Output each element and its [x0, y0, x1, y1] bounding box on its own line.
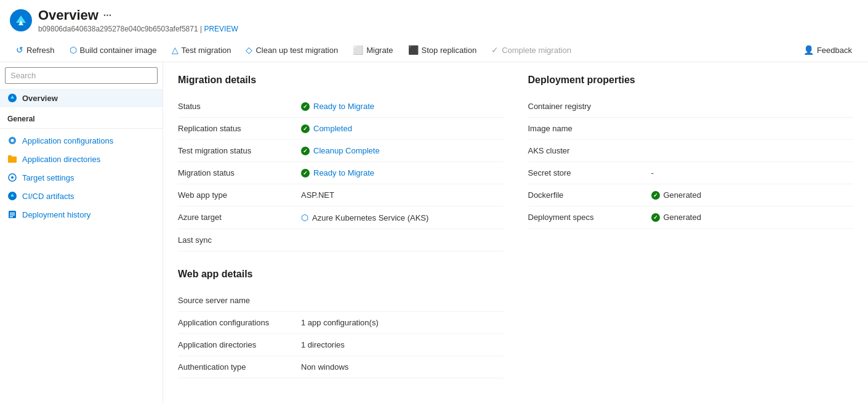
auth-type-row: Authentication type Non windows	[178, 356, 504, 378]
sidebar-general-label: General	[0, 107, 163, 126]
web-app-type-row: Web app type ASP.NET	[178, 184, 504, 206]
replication-value: Completed	[301, 124, 352, 133]
app-dirs-row: Application directories 1 directories	[178, 334, 504, 356]
sidebar-item-target-settings[interactable]: Target settings	[0, 168, 163, 187]
svg-point-7	[11, 176, 14, 179]
replication-text[interactable]: Completed	[313, 124, 352, 133]
status-text[interactable]: Ready to Migrate	[313, 102, 374, 111]
app-configs-icon	[7, 136, 17, 145]
feedback-icon: 👤	[803, 45, 814, 55]
web-app-type-value: ASP.NET	[301, 190, 334, 200]
aks-cluster-label: AKS cluster	[528, 146, 651, 155]
sidebar-item-deploy-history[interactable]: Deployment history	[0, 205, 163, 224]
auth-type-label: Authentication type	[178, 362, 301, 372]
deployment-properties-title: Deployment properties	[528, 75, 854, 86]
more-options-icon[interactable]: ···	[103, 10, 111, 21]
aks-cluster-row: AKS cluster	[528, 140, 854, 162]
status-label: Status	[178, 102, 301, 111]
svg-rect-5	[8, 155, 12, 158]
test-migration-button[interactable]: △ Test migration	[166, 42, 238, 58]
svg-point-3	[11, 139, 14, 142]
toolbar: ↺ Refresh ⬡ Build container image △ Test…	[0, 38, 868, 62]
feedback-button[interactable]: 👤 Feedback	[797, 42, 858, 58]
status-value: Ready to Migrate	[301, 102, 374, 111]
azure-target-text: Azure Kubernetes Service (AKS)	[312, 213, 428, 222]
app-configs-detail-label: Application configurations	[178, 318, 301, 327]
cleanup-label: Clean up test migration	[255, 46, 338, 55]
build-container-button[interactable]: ⬡ Build container image	[63, 42, 163, 58]
web-app-details-title: Web app details	[178, 269, 504, 280]
search-input[interactable]	[5, 67, 158, 84]
replication-dot	[301, 124, 310, 133]
app-dirs-detail-value: 1 directories	[301, 340, 345, 349]
svg-rect-11	[10, 214, 15, 216]
app-configs-row: Application configurations 1 app configu…	[178, 312, 504, 334]
sidebar-item-overview[interactable]: Overview	[0, 89, 163, 107]
sidebar-overview-label: Overview	[22, 94, 58, 103]
two-column-layout: Migration details Status Ready to Migrat…	[178, 75, 853, 378]
stop-replication-button[interactable]: ⬛ Stop replication	[402, 42, 483, 58]
migrate-button[interactable]: ⬜ Migrate	[347, 42, 399, 58]
cleanup-button[interactable]: ◇ Clean up test migration	[239, 42, 344, 58]
build-label: Build container image	[80, 46, 157, 55]
sidebar-item-cicd[interactable]: CI/CD artifacts	[0, 187, 163, 205]
page-title: Overview ···	[38, 7, 238, 23]
test-migration-text[interactable]: Cleanup Complete	[313, 146, 380, 155]
header-title-block: Overview ··· b09806da640638a295278e040c9…	[38, 7, 238, 33]
dockerfile-text: Generated	[664, 190, 701, 200]
app-dirs-detail-label: Application directories	[178, 340, 301, 349]
sidebar-item-label: Target settings	[22, 173, 74, 182]
container-registry-row: Container registry	[528, 96, 854, 118]
title-text: Overview	[38, 7, 98, 23]
migration-status-row: Migration status Ready to Migrate	[178, 162, 504, 184]
migration-details-title: Migration details	[178, 75, 504, 86]
refresh-icon: ↺	[16, 45, 23, 55]
sidebar-item-app-dirs[interactable]: Application directories	[0, 150, 163, 168]
sidebar-item-label: Application configurations	[22, 136, 113, 145]
app-logo	[10, 9, 32, 31]
feedback-label: Feedback	[817, 46, 852, 55]
complete-migration-button[interactable]: ✓ Complete migration	[485, 42, 577, 58]
sidebar: Overview General Application configurati…	[0, 62, 163, 403]
deployment-specs-value: Generated	[651, 213, 701, 222]
overview-icon	[7, 93, 17, 103]
resource-id: b09806da640638a295278e040c9b6503afef5871…	[38, 25, 238, 33]
azure-target-value: ⬡ Azure Kubernetes Service (AKS)	[301, 213, 428, 222]
auth-type-value: Non windows	[301, 362, 348, 372]
last-sync-label: Last sync	[178, 235, 301, 245]
migration-status-dot	[301, 169, 310, 177]
sidebar-search-container	[0, 62, 163, 89]
sidebar-item-label: Application directories	[22, 155, 100, 164]
sidebar-item-app-configs[interactable]: Application configurations	[0, 131, 163, 150]
status-dot-green	[301, 102, 310, 111]
last-sync-row: Last sync	[178, 229, 504, 251]
migration-details-col: Migration details Status Ready to Migrat…	[178, 75, 504, 378]
test-migration-status-row: Test migration status Cleanup Complete	[178, 140, 504, 162]
web-app-type-label: Web app type	[178, 190, 301, 200]
image-name-row: Image name	[528, 118, 854, 140]
test-migration-value: Cleanup Complete	[301, 146, 380, 155]
secret-store-row: Secret store -	[528, 162, 854, 184]
migration-status-text[interactable]: Ready to Migrate	[313, 168, 374, 177]
source-server-label: Source server name	[178, 296, 301, 305]
migration-status-label: Migration status	[178, 168, 301, 177]
source-server-row: Source server name	[178, 290, 504, 312]
dockerfile-label: Dockerfile	[528, 190, 651, 200]
main-content: Migration details Status Ready to Migrat…	[163, 62, 868, 403]
target-settings-icon	[7, 173, 17, 182]
web-app-details-section: Web app details Source server name Appli…	[178, 269, 504, 378]
deployment-specs-text: Generated	[664, 213, 701, 222]
container-registry-label: Container registry	[528, 102, 651, 111]
complete-label: Complete migration	[502, 46, 571, 55]
replication-label: Replication status	[178, 124, 301, 133]
migrate-label: Migrate	[366, 46, 393, 55]
refresh-button[interactable]: ↺ Refresh	[10, 42, 61, 58]
cicd-icon	[7, 191, 17, 201]
azure-target-label: Azure target	[178, 213, 301, 222]
test-migration-label: Test migration status	[178, 146, 301, 155]
app-dirs-icon	[7, 154, 17, 164]
svg-rect-10	[10, 213, 15, 214]
dockerfile-value: Generated	[651, 190, 701, 200]
secret-store-label: Secret store	[528, 168, 651, 177]
migration-status-value: Ready to Migrate	[301, 168, 374, 177]
